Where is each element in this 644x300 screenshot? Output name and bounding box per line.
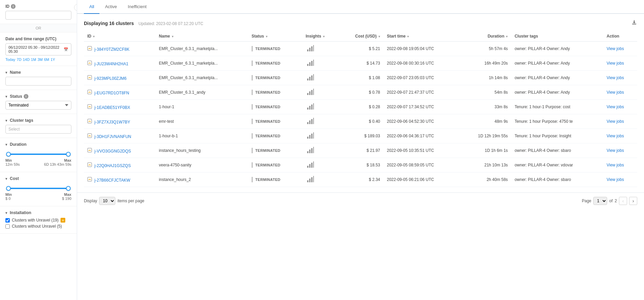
cell-status-5: TERMINATED (248, 114, 302, 129)
svg-rect-41 (307, 166, 308, 168)
tab-all[interactable]: All (84, 0, 99, 14)
duration-slider-min-thumb[interactable] (6, 152, 11, 157)
view-jobs-link-4[interactable]: View jobs (606, 105, 624, 109)
status-select[interactable]: Terminated All Active Inefficient (5, 101, 71, 110)
status-sort-icon[interactable]: ▾ (266, 35, 268, 38)
cluster-id-link-2[interactable]: j-923MPL00ZJM6 (94, 76, 127, 81)
cell-action-8: View jobs (603, 158, 637, 172)
cost-slider-max-thumb[interactable] (66, 186, 71, 191)
cost-slider[interactable]: Min $ 0 Max $ 190 (5, 183, 71, 202)
name-chevron-icon: ▾ (5, 71, 7, 74)
shortcut-3m[interactable]: 3M (38, 57, 43, 62)
view-jobs-link-0[interactable]: View jobs (606, 46, 624, 51)
sidebar: ‹ ID i OR Date and time range (UTC) 06/1… (0, 0, 77, 300)
id-info-icon[interactable]: i (11, 4, 16, 9)
duration-slider[interactable]: Min 12m 59s Max 6D 13h 43m 59s (5, 149, 71, 168)
view-jobs-link-3[interactable]: View jobs (606, 90, 624, 95)
shortcut-1m[interactable]: 1M (31, 57, 36, 62)
tab-inefficient[interactable]: Inefficient (122, 0, 152, 14)
insights-icon-7[interactable] (306, 146, 315, 154)
of-label: of (609, 199, 613, 203)
cell-tags-9: owner: PILLAR-4 Owner: sbaro (511, 172, 603, 187)
installation-checkbox-without-unravel[interactable] (5, 224, 10, 229)
cell-status-8: TERMINATED (248, 158, 302, 172)
display-label: Display (84, 199, 97, 203)
insights-icon-1[interactable] (306, 59, 315, 67)
shortcut-7d[interactable]: 7D (17, 57, 21, 62)
cell-action-4: View jobs (603, 100, 637, 114)
duration-max-label: Max 6D 13h 43m 59s (44, 158, 71, 166)
insights-icon-8[interactable] (306, 161, 315, 169)
prev-page-button[interactable]: ‹ (619, 197, 627, 205)
cell-name-7: instance_hours_testing (156, 143, 248, 158)
cell-duration-9: 2h 40m 58s (460, 172, 511, 187)
cell-start-time-0: 2022-09-08 19:05:04 UTC (384, 42, 460, 56)
cell-cost-3: $ 0.78 (339, 85, 384, 100)
status-badge-9: TERMINATED (252, 177, 283, 182)
insights-icon-9[interactable] (306, 175, 315, 183)
view-jobs-link-1[interactable]: View jobs (606, 61, 624, 66)
duration-slider-max-thumb[interactable] (66, 152, 71, 157)
display-count: Displaying 16 clusters (84, 21, 134, 26)
name-section: ▾ Name (0, 66, 77, 90)
insights-icon-3[interactable] (306, 88, 315, 96)
insights-icon-5[interactable] (306, 117, 315, 125)
insights-icon-4[interactable] (306, 102, 315, 111)
col-name: Name ▾ (156, 31, 248, 42)
cluster-id-link-9[interactable]: j-27B66CFJCTAKW (94, 178, 130, 183)
view-jobs-link-9[interactable]: View jobs (606, 177, 624, 182)
status-info-icon[interactable]: i (24, 94, 28, 99)
download-button[interactable] (631, 19, 637, 27)
view-jobs-link-5[interactable]: View jobs (606, 119, 624, 124)
cluster-id-link-5[interactable]: j-3FZ7XJ3Q1W7BY (94, 120, 130, 124)
shortcut-1y[interactable]: 1Y (50, 57, 55, 62)
installation-chevron-icon: ▾ (5, 211, 7, 215)
installation-item-without-unravel: Clusters without Unravel (5) (5, 223, 71, 229)
date-range-section: Date and time range (UTC) 06/12/2022 05:… (0, 32, 77, 66)
duration-slider-track (7, 154, 70, 155)
insights-icon-0[interactable] (306, 44, 315, 52)
view-jobs-link-7[interactable]: View jobs (606, 148, 624, 153)
installation-checkbox-with-unravel[interactable] (5, 218, 10, 223)
cost-slider-min-thumb[interactable] (6, 186, 11, 191)
next-page-button[interactable]: › (629, 197, 637, 205)
cost-sort-icon[interactable]: ▾ (378, 35, 380, 38)
cell-action-7: View jobs (603, 143, 637, 158)
cluster-tags-select[interactable]: Select (5, 125, 71, 134)
cell-id-6: j-3DH1FJVNANFUN (84, 129, 156, 143)
cluster-id-link-3[interactable]: j-EUG7RD1OT8FN (94, 91, 129, 95)
insights-sort-icon[interactable]: ▾ (323, 35, 325, 38)
cell-insights-3 (302, 85, 339, 100)
cell-action-9: View jobs (603, 172, 637, 187)
shortcut-today[interactable]: Today (5, 57, 15, 62)
cluster-id-link-4[interactable]: j-1EADBE51YF0BX (94, 105, 130, 110)
cluster-id-link-6[interactable]: j-3DH1FJVNANFUN (94, 134, 131, 139)
cell-tags-7: owner: PILLAR-4 Owner: sbaro (511, 143, 603, 158)
insights-icon-6[interactable] (306, 132, 315, 140)
name-sort-icon[interactable]: ▾ (172, 35, 174, 38)
id-sort-icon[interactable]: ▾ (93, 35, 95, 38)
view-jobs-link-8[interactable]: View jobs (606, 163, 624, 167)
unravel-row-icon-5 (87, 119, 92, 123)
cluster-id-link-1[interactable]: j-JU23W4NH2HA1 (94, 62, 128, 66)
page-select[interactable]: 1 2 (593, 197, 607, 205)
table-header-row: Displaying 16 clusters Updated: 2023-02-… (84, 19, 637, 27)
tab-active[interactable]: Active (99, 0, 122, 14)
view-jobs-link-6[interactable]: View jobs (606, 134, 624, 138)
name-input[interactable] (5, 77, 71, 86)
cell-status-2: TERMINATED (248, 71, 302, 85)
cluster-id-link-7[interactable]: j-VVO3GGNG2DQS (94, 149, 131, 154)
shortcut-14d[interactable]: 14D (23, 57, 29, 62)
id-input[interactable] (5, 11, 71, 20)
items-per-page-select[interactable]: 10 25 50 (99, 197, 115, 205)
insights-icon-2[interactable] (306, 73, 315, 82)
view-jobs-link-2[interactable]: View jobs (606, 75, 624, 80)
date-range-input[interactable]: 06/12/2022 05:30 - 09/12/2022 05:30 📅 (5, 43, 71, 55)
svg-rect-12 (309, 77, 310, 80)
cluster-id-link-8[interactable]: j-22Q0HAJ1GSZQS (94, 163, 131, 168)
cluster-id-link-0[interactable]: j-384Y0TZM2CF8K (94, 47, 129, 52)
shortcut-6m[interactable]: 6M (44, 57, 49, 62)
start-sort-icon[interactable]: ▾ (407, 35, 409, 38)
table-row: j-923MPL00ZJM6 EMR_Cluster_6.3.1_marketp… (84, 71, 637, 85)
duration-sort-icon[interactable]: ▾ (506, 35, 508, 38)
